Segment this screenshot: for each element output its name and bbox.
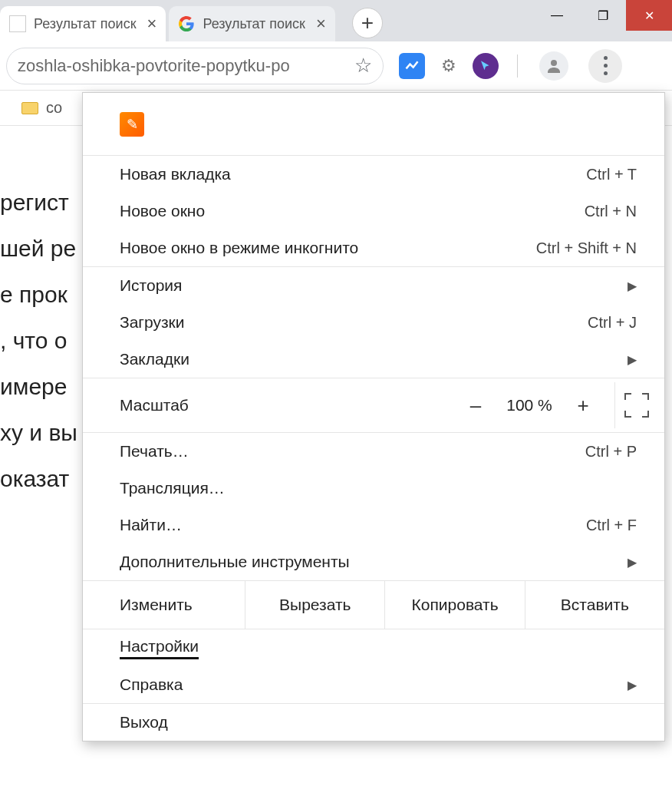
page-content: регист шей ре е прок , что о имере ху и … [0, 126, 77, 502]
bookmark-folder-label[interactable]: co [46, 99, 62, 117]
menu-zoom-row: Масштаб – 100 % + [83, 378, 664, 432]
fullscreen-icon[interactable] [621, 393, 652, 418]
extensions-row: ⚙ [399, 49, 622, 83]
chevron-right-icon: ▶ [628, 352, 637, 367]
menu-new-incognito[interactable]: Новое окно в режиме инкогнито Ctrl + Shi… [83, 230, 664, 266]
chevron-right-icon: ▶ [628, 279, 637, 293]
menu-exit[interactable]: Выход [83, 704, 664, 741]
menu-copy-button[interactable]: Копировать [385, 581, 525, 629]
tab-strip: Результат поиск × Результат поиск × + — … [0, 0, 672, 41]
new-tab-button[interactable]: + [352, 8, 383, 38]
menu-help[interactable]: Справка ▶ [83, 666, 664, 703]
tab-title: Результат поиск [203, 16, 305, 32]
main-menu-button[interactable] [588, 49, 622, 83]
window-close-button[interactable]: ✕ [626, 0, 672, 31]
bookmark-star-icon[interactable]: ☆ [354, 54, 372, 78]
close-tab-icon[interactable]: × [316, 14, 326, 34]
chrome-main-menu: ✎ Новая вкладка Ctrl + T Новое окно Ctrl… [82, 92, 665, 741]
address-bar[interactable]: zoshla-oshibka-povtorite-popytku-po ☆ [6, 48, 384, 84]
menu-edit-row: Изменить Вырезать Копировать Вставить [83, 580, 664, 629]
menu-paste-button[interactable]: Вставить [525, 581, 664, 629]
extension-reader-icon[interactable]: ✎ [120, 112, 144, 137]
zoom-in-button[interactable]: + [564, 394, 602, 418]
extension-cursor-icon[interactable] [473, 53, 499, 79]
address-bar-text: zoshla-oshibka-povtorite-popytku-po [18, 56, 290, 76]
tab-title: Результат поиск [34, 16, 137, 32]
menu-settings[interactable]: Настройки [83, 629, 664, 666]
menu-separator [614, 382, 615, 428]
zoom-out-button[interactable]: – [456, 394, 495, 418]
browser-tab-1[interactable]: Результат поиск × [169, 6, 334, 41]
menu-cut-button[interactable]: Вырезать [245, 581, 385, 629]
chevron-right-icon: ▶ [628, 678, 637, 692]
menu-print[interactable]: Печать… Ctrl + P [83, 433, 664, 470]
window-minimize-button[interactable]: — [534, 0, 580, 31]
menu-new-tab[interactable]: Новая вкладка Ctrl + T [83, 156, 664, 193]
menu-header: ✎ [83, 93, 664, 156]
menu-history[interactable]: История ▶ [83, 267, 664, 304]
chevron-right-icon: ▶ [628, 555, 637, 570]
menu-find[interactable]: Найти… Ctrl + F [83, 507, 664, 543]
menu-new-window[interactable]: Новое окно Ctrl + N [83, 193, 664, 230]
folder-icon [21, 102, 38, 114]
menu-more-tools[interactable]: Дополнительные инструменты ▶ [83, 543, 664, 580]
extension-gear-icon[interactable]: ⚙ [436, 53, 462, 79]
svg-point-0 [551, 60, 557, 66]
close-tab-icon[interactable]: × [147, 14, 157, 34]
menu-downloads[interactable]: Загрузки Ctrl + J [83, 304, 664, 341]
browser-toolbar: zoshla-oshibka-povtorite-popytku-po ☆ ⚙ [0, 41, 672, 91]
menu-edit-label: Изменить [83, 581, 245, 629]
browser-tab-0[interactable]: Результат поиск × [0, 6, 166, 41]
profile-avatar-button[interactable] [539, 51, 568, 81]
extension-linechart-icon[interactable] [399, 53, 425, 79]
toolbar-separator [517, 54, 518, 78]
window-maximize-button[interactable]: ❐ [580, 0, 626, 31]
favicon-google [178, 15, 195, 32]
zoom-value: 100 % [495, 396, 564, 414]
menu-bookmarks[interactable]: Закладки ▶ [83, 341, 664, 378]
favicon-blank [9, 15, 26, 32]
window-controls: — ❐ ✕ [534, 0, 672, 31]
menu-cast[interactable]: Трансляция… [83, 470, 664, 507]
